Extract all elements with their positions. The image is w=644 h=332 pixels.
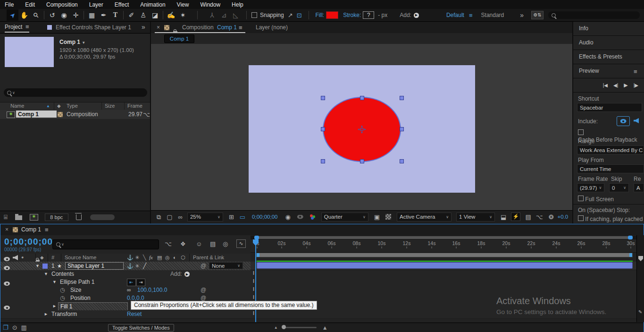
project-item-name[interactable]: Comp 1 [16, 111, 57, 118]
camera-tool[interactable]: ◉ [58, 9, 70, 21]
menu-edit[interactable]: Edit [19, 1, 41, 8]
menu-view[interactable]: View [171, 1, 195, 8]
snap-edges-icon[interactable]: ↗ [288, 12, 293, 18]
work-area-bar[interactable] [256, 253, 633, 257]
new-folder-icon[interactable] [15, 215, 22, 220]
handle-mid-left[interactable] [321, 127, 325, 131]
draft-3d-icon[interactable]: ❖ [180, 241, 186, 247]
row-transform[interactable]: ► Transform Reset [0, 310, 251, 319]
layer-quality-switch-icon[interactable]: ╱ [143, 262, 146, 270]
current-timecode[interactable]: 0;00;00;00 [4, 237, 53, 247]
expand-inout-columns-icon[interactable]: ▥ [21, 324, 27, 331]
fill-label[interactable]: Fill: [316, 12, 325, 18]
timeline-zoom-slider[interactable] [283, 327, 317, 328]
parent-pickwhip-icon[interactable]: @ [201, 262, 206, 270]
handle-top-center[interactable] [360, 96, 364, 100]
comp-mini-flowchart-icon[interactable]: ⌥ [165, 241, 172, 247]
zoom-out-icon[interactable]: ▲ [274, 325, 278, 330]
panel-tab-effects-presets[interactable]: Effects & Presets [573, 50, 644, 64]
roto-brush-tool[interactable]: ✍ [165, 9, 177, 21]
size-stopwatch-icon[interactable]: ◷ [60, 286, 65, 294]
play-button[interactable]: ▶ [624, 82, 627, 88]
mask-visibility-icon[interactable]: ∞ [178, 214, 183, 220]
puppet-pin-tool[interactable]: ✶ [177, 9, 189, 21]
panel-tab-preview[interactable]: Preview≡ [573, 64, 644, 78]
local-axis-mode-icon[interactable]: ⅄ [206, 9, 218, 21]
shape-tool[interactable]: ▦ [86, 9, 98, 21]
play-from-select[interactable]: Current Time [577, 164, 644, 173]
number-column-label[interactable]: # [51, 254, 54, 262]
label-color-swatch[interactable] [58, 112, 63, 117]
column-name[interactable]: Name [10, 102, 24, 110]
time-ruler[interactable]: 0s 02s 04s 06s 08s 10s 12s 14s 16s 18s 2… [251, 239, 636, 253]
zoom-tool[interactable]: ⚲ [30, 9, 42, 21]
always-preview-icon[interactable]: ⧉ [157, 214, 161, 220]
tab-composition-label[interactable]: Composition [182, 22, 214, 33]
comp-info-dropdown-icon[interactable]: ▼ [82, 41, 85, 45]
timeline-panel-icon[interactable]: ▤ [525, 214, 531, 220]
work-area-end-handle[interactable] [629, 253, 632, 257]
pen-tool[interactable]: ✒ [98, 9, 109, 21]
menu-layer[interactable]: Layer [84, 1, 109, 8]
sort-ascending-icon[interactable]: ▲ [46, 102, 50, 110]
tab-composition-comp-name[interactable]: Comp 1 [217, 22, 237, 33]
ellipse-expander-icon[interactable]: ▼ [52, 278, 57, 286]
frame-blending-icon[interactable]: ▤ [210, 241, 216, 247]
grid-guides-icon[interactable]: ⊞ [229, 214, 234, 220]
first-frame-button[interactable]: |◀ [603, 83, 608, 88]
layer-label-swatch[interactable] [42, 263, 48, 269]
zoom-in-icon[interactable]: ▲ [322, 324, 328, 331]
share-view-icon[interactable]: ⬓ [501, 214, 506, 220]
tab-layer[interactable]: Layer (none) [256, 22, 288, 33]
label-column-icon[interactable]: ⬥ [57, 102, 61, 110]
comp-marker-button[interactable] [638, 256, 643, 261]
menu-window[interactable]: Window [194, 1, 226, 8]
position-stopwatch-icon[interactable]: ◷ [60, 294, 65, 302]
project-search-input[interactable]: ∨ [4, 88, 147, 97]
type-tool[interactable]: T [109, 9, 121, 21]
shape-size-toggle-icon[interactable]: ⇥ [136, 279, 145, 286]
brush-tool[interactable]: ✐ [125, 9, 137, 21]
close-tab-icon[interactable]: × [5, 224, 8, 235]
close-tab-icon[interactable]: × [157, 22, 160, 33]
if-caching-checkbox[interactable] [578, 215, 584, 221]
shape-direction-toggle-icon[interactable]: ⇤ [127, 279, 136, 286]
handle-bottom-right[interactable] [400, 159, 404, 163]
view-layout-select[interactable]: 1 View∨ [456, 213, 495, 221]
menu-effect[interactable]: Effect [109, 1, 134, 8]
full-screen-checkbox[interactable] [578, 196, 584, 201]
constrain-proportions-icon[interactable]: ∞ [127, 286, 131, 294]
shortcut-select[interactable]: Spacebar [577, 103, 642, 112]
full-screen-row[interactable]: Full Screen [578, 196, 614, 203]
menu-file[interactable]: File [0, 1, 19, 8]
viewer-timecode[interactable]: 0;00;00;00 [252, 214, 277, 220]
size-pickwhip-icon[interactable]: @ [201, 286, 206, 294]
tab-project[interactable]: Project ≡ [5, 24, 29, 33]
contents-label[interactable]: Contents [51, 270, 74, 278]
rotation-tool[interactable]: ↺ [46, 9, 58, 21]
preview-resolution-select[interactable]: A [634, 183, 644, 192]
show-snapshot-icon[interactable] [297, 215, 303, 219]
snap-features-icon[interactable]: ⊡ [297, 12, 302, 18]
panel-tab-info[interactable]: Info [573, 22, 644, 36]
add-property-button[interactable]: ▶ [184, 272, 190, 277]
size-value[interactable]: 100.0,100.0 [137, 286, 167, 294]
timeline-search-input[interactable]: ∨ [52, 239, 159, 249]
region-icon[interactable]: ▣ [374, 214, 380, 220]
column-type[interactable]: Type [67, 102, 78, 110]
interpret-footage-icon[interactable]: ⌸ [4, 214, 8, 220]
comp-flowchart-icon[interactable]: ⌥ [536, 214, 543, 220]
size-label[interactable]: Size [70, 286, 81, 294]
workspace-standard-tab[interactable]: Standard [481, 12, 504, 18]
workspace-default-tab[interactable]: Default [446, 12, 464, 18]
transparency-grid-icon[interactable] [385, 214, 391, 220]
scrollbar-right-cap[interactable] [628, 236, 633, 239]
row-size[interactable]: ◷ Size ∞ 100.0,100.0 @ [0, 286, 251, 295]
range-select[interactable]: Work Area Extended By C [577, 145, 644, 154]
previous-frame-button[interactable]: ◀| [613, 83, 618, 88]
track-row-size[interactable]: I [251, 286, 636, 295]
ellipse-path-label[interactable]: Ellipse Path 1 [60, 278, 94, 286]
reset-exposure-icon[interactable]: ❂ [549, 214, 554, 220]
snapshot-icon[interactable]: ◉ [285, 214, 290, 220]
handle-top-right[interactable] [400, 96, 404, 100]
